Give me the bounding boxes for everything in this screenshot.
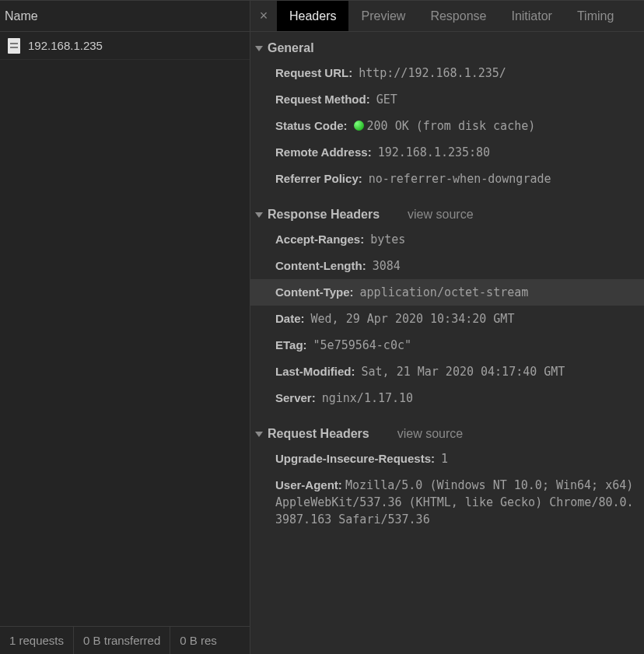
value: application/octet-stream (360, 284, 529, 301)
value: nginx/1.17.10 (322, 390, 413, 407)
status-transferred: 0 B transferred (74, 627, 170, 654)
label: Server: (275, 390, 316, 407)
tab-response[interactable]: Response (418, 1, 499, 31)
value: 192.168.1.235:80 (378, 144, 491, 161)
value: no-referrer-when-downgrade (369, 170, 551, 187)
section-request-header[interactable]: Request Headers view source (250, 425, 644, 446)
details-tabs: × Headers Preview Response Initiator Tim… (250, 0, 644, 32)
document-icon (8, 38, 20, 54)
view-source-link[interactable]: view source (397, 427, 463, 441)
close-icon[interactable]: × (250, 1, 277, 31)
value: "5e759564-c0c" (313, 337, 411, 354)
chevron-down-icon (255, 46, 263, 51)
label: Referrer Policy: (275, 170, 362, 187)
section-response-title: Response Headers (268, 208, 380, 222)
section-request-headers: Request Headers view source Upgrade-Inse… (250, 418, 644, 539)
label: Remote Address: (275, 144, 372, 161)
general-request-method: Request Method: GET (250, 86, 644, 113)
label: Content-Length: (275, 257, 366, 275)
response-date: Date: Wed, 29 Apr 2020 10:34:20 GMT (250, 306, 644, 332)
response-server: Server: nginx/1.17.10 (250, 385, 644, 411)
value: 200 OK (from disk cache) (354, 117, 536, 135)
tab-initiator[interactable]: Initiator (499, 1, 564, 31)
request-details-panel: × Headers Preview Response Initiator Tim… (250, 0, 644, 654)
request-list: 192.168.1.235 (0, 32, 250, 626)
status-ok-icon (354, 121, 364, 131)
label: ETag: (275, 337, 307, 354)
label: Upgrade-Insecure-Requests: (275, 450, 435, 467)
section-response-headers: Response Headers view source Accept-Rang… (250, 198, 644, 418)
value: GET (376, 91, 397, 108)
label: Accept-Ranges: (275, 231, 364, 248)
section-response-header[interactable]: Response Headers view source (250, 206, 644, 226)
status-resources: 0 B res (170, 627, 226, 654)
label: Date: (275, 310, 305, 327)
value: Wed, 29 Apr 2020 10:34:20 GMT (311, 310, 515, 327)
tab-preview[interactable]: Preview (348, 1, 418, 31)
response-etag: ETag: "5e759564-c0c" (250, 332, 644, 358)
column-header-name[interactable]: Name (0, 0, 250, 32)
status-requests-count: 1 requests (0, 627, 74, 654)
chevron-down-icon (255, 212, 263, 218)
value: http://192.168.1.235/ (359, 65, 506, 82)
chevron-down-icon (255, 432, 263, 437)
value: bytes (370, 231, 405, 248)
section-general-title: General (268, 41, 314, 55)
headers-details: General Request URL: http://192.168.1.23… (250, 32, 644, 654)
status-bar: 1 requests 0 B transferred 0 B res (0, 626, 250, 654)
view-source-link[interactable]: view source (408, 208, 473, 222)
request-user-agent: User-Agent: Mozilla/5.0 (Windows NT 10.0… (250, 472, 644, 533)
response-last-modified: Last-Modified: Sat, 21 Mar 2020 04:17:40… (250, 358, 644, 385)
general-status-code: Status Code: 200 OK (from disk cache) (250, 113, 644, 139)
request-upgrade-insecure: Upgrade-Insecure-Requests: 1 (250, 446, 644, 472)
general-request-url: Request URL: http://192.168.1.235/ (250, 60, 644, 86)
request-name: 192.168.1.235 (28, 39, 103, 52)
label: Request URL: (275, 65, 352, 82)
general-referrer-policy: Referrer Policy: no-referrer-when-downgr… (250, 166, 644, 192)
section-general-header[interactable]: General (250, 40, 644, 60)
value: Sat, 21 Mar 2020 04:17:40 GMT (362, 363, 565, 380)
section-request-title: Request Headers (268, 427, 369, 441)
label: Last-Modified: (275, 363, 355, 380)
label: Status Code: (275, 117, 348, 135)
value: 1 (441, 450, 448, 467)
network-request-list-panel: Name 192.168.1.235 1 requests 0 B transf… (0, 0, 250, 654)
request-row[interactable]: 192.168.1.235 (0, 32, 250, 60)
response-accept-ranges: Accept-Ranges: bytes (250, 226, 644, 253)
general-remote-address: Remote Address: 192.168.1.235:80 (250, 139, 644, 166)
tab-timing[interactable]: Timing (565, 1, 626, 31)
tab-headers[interactable]: Headers (277, 1, 348, 31)
value: 3084 (373, 257, 401, 275)
response-content-length: Content-Length: 3084 (250, 253, 644, 279)
label: Request Method: (275, 91, 370, 108)
label: User-Agent: (275, 478, 342, 491)
label: Content-Type: (275, 284, 354, 301)
response-content-type: Content-Type: application/octet-stream (250, 279, 644, 306)
section-general: General Request URL: http://192.168.1.23… (250, 32, 644, 198)
